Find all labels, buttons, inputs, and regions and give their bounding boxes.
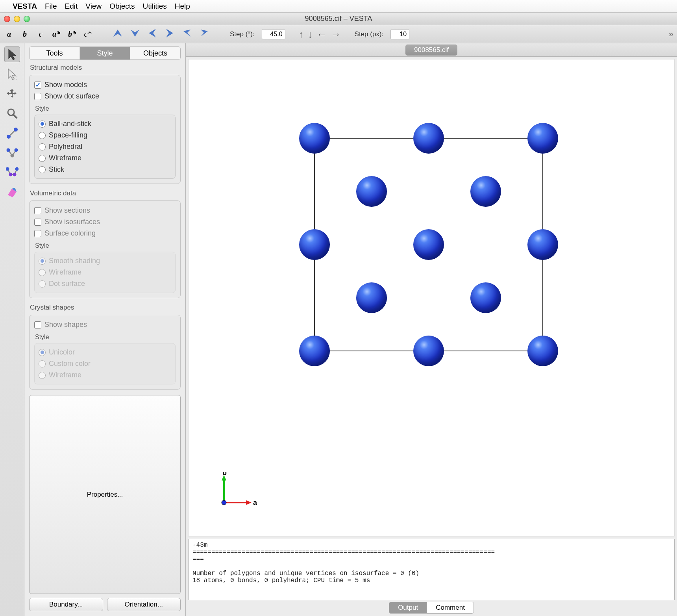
axis-cstar-button[interactable]: c*	[83, 30, 92, 39]
volumetric-data-group: Show sections Show isosurfaces Surface c…	[29, 200, 181, 298]
atom	[299, 229, 330, 260]
boundary-button[interactable]: Boundary...	[29, 598, 103, 611]
tool-move-icon[interactable]	[4, 86, 20, 102]
svg-point-16	[14, 148, 18, 152]
axis-a-button[interactable]: a	[5, 30, 13, 39]
toolbar-overflow-icon[interactable]: »	[669, 29, 672, 39]
output-text[interactable]: -43m ===================================…	[188, 539, 675, 600]
crystal-shapes-group: Show shapes Style Unicolor Custom color …	[29, 315, 181, 390]
show-shapes-checkbox: Show shapes	[34, 319, 176, 330]
step-px-input[interactable]	[390, 29, 409, 39]
crystal-shapes-label: Crystal shapes	[30, 304, 181, 312]
menu-help[interactable]: Help	[175, 2, 190, 11]
svg-point-28	[222, 500, 226, 505]
structural-models-label: Structural models	[30, 64, 181, 72]
tool-zoom-icon[interactable]	[4, 106, 20, 121]
axis-gizmo: b a	[216, 472, 259, 512]
atom	[527, 229, 558, 260]
show-models-label: Show models	[44, 81, 87, 89]
document-tab[interactable]: 9008565.cif	[405, 45, 457, 56]
menu-objects[interactable]: Objects	[109, 2, 135, 11]
pan-arrows: ↑ ↓ ← →	[299, 29, 341, 39]
step-deg-label: Step (°):	[230, 30, 255, 38]
atom	[470, 282, 501, 313]
sidebar: Tools Style Objects Structural models Sh…	[24, 43, 186, 616]
output-tab[interactable]: Output	[389, 602, 427, 614]
svg-marker-1	[131, 30, 139, 37]
style-wireframe-radio[interactable]: Wireframe	[39, 152, 171, 164]
maximize-button[interactable]	[24, 16, 30, 22]
pan-right-icon[interactable]: →	[331, 29, 341, 39]
tab-tools[interactable]: Tools	[30, 47, 80, 59]
axis-c-button[interactable]: c	[36, 30, 45, 39]
svg-marker-27	[246, 500, 252, 505]
style-stick-radio[interactable]: Stick	[39, 164, 171, 175]
menu-file[interactable]: File	[45, 2, 57, 11]
volumetric-data-label: Volumetric data	[30, 189, 181, 197]
tool-plane-icon[interactable]	[4, 184, 20, 200]
tool-dihedral-icon[interactable]	[4, 165, 20, 180]
svg-marker-7	[8, 69, 15, 80]
pan-up-icon[interactable]: ↑	[299, 29, 304, 39]
pan-left-icon[interactable]: ←	[317, 29, 327, 39]
tool-lasso-icon[interactable]	[4, 66, 20, 82]
3d-viewport[interactable]: b a	[188, 59, 675, 536]
style-space-filling-radio[interactable]: Space-filling	[39, 130, 171, 141]
style-ball-stick-radio[interactable]: Ball-and-stick	[39, 118, 171, 130]
rotate-ccw-icon[interactable]	[182, 28, 192, 40]
svg-point-13	[14, 128, 18, 132]
volumetric-style-options: Smooth shading Wireframe Dot surface	[34, 252, 176, 293]
rotate-down-icon[interactable]	[130, 28, 140, 40]
atom	[356, 282, 387, 313]
atom	[413, 123, 444, 154]
rotate-cw-icon[interactable]	[199, 28, 209, 40]
rotate-left-icon[interactable]	[147, 28, 157, 40]
axis-b-button[interactable]: b	[20, 30, 29, 39]
tool-bond-icon[interactable]	[4, 125, 20, 141]
rotate-right-icon[interactable]	[165, 28, 175, 40]
svg-point-19	[13, 173, 16, 176]
close-button[interactable]	[4, 16, 10, 22]
svg-marker-6	[9, 49, 16, 60]
vol-smooth-radio: Smooth shading	[39, 255, 171, 267]
menu-utilities[interactable]: Utilities	[143, 2, 167, 11]
comment-tab[interactable]: Comment	[427, 602, 474, 614]
properties-button[interactable]: Properties...	[29, 395, 181, 594]
axis-astar-button[interactable]: a*	[52, 30, 61, 39]
structural-style-options: Ball-and-stick Space-filling Polyhedral …	[34, 115, 176, 179]
show-models-checkbox[interactable]: Show models	[34, 79, 176, 91]
svg-point-15	[10, 154, 14, 158]
rotate-up-icon[interactable]	[113, 28, 123, 40]
atom	[527, 336, 558, 366]
svg-marker-4	[183, 30, 191, 37]
axis-bstar-button[interactable]: b*	[68, 30, 76, 39]
tab-style[interactable]: Style	[80, 47, 130, 59]
style-polyhedral-radio[interactable]: Polyhedral	[39, 141, 171, 152]
minimize-button[interactable]	[14, 16, 20, 22]
tool-angle-icon[interactable]	[4, 145, 20, 161]
app-name[interactable]: VESTA	[13, 2, 37, 11]
atom	[356, 176, 387, 207]
structural-models-group: Show models Show dot surface Style Ball-…	[29, 75, 181, 184]
volumetric-style-label: Style	[35, 242, 176, 249]
traffic-lights	[4, 16, 30, 22]
crystal-unicolor-radio: Unicolor	[39, 347, 171, 358]
toolbar: a b c a* b* c* Step (°): ↑ ↓ ← → Step (p…	[0, 25, 677, 43]
show-dot-surface-checkbox[interactable]: Show dot surface	[34, 91, 176, 102]
output-tabs: Output Comment	[188, 602, 675, 614]
step-px-label: Step (px):	[355, 30, 384, 38]
orientation-button[interactable]: Orientation...	[107, 598, 181, 611]
tool-select-icon[interactable]	[4, 46, 20, 62]
svg-marker-5	[201, 30, 208, 37]
pan-down-icon[interactable]: ↓	[308, 29, 313, 39]
tab-objects[interactable]: Objects	[130, 47, 180, 59]
menu-view[interactable]: View	[85, 2, 102, 11]
menu-edit[interactable]: Edit	[65, 2, 78, 11]
svg-point-12	[7, 135, 11, 139]
step-deg-input[interactable]	[262, 29, 285, 39]
svg-point-20	[15, 167, 18, 171]
window-title: 9008565.cif – VESTA	[305, 15, 372, 23]
axis-a-label: a	[253, 499, 257, 507]
window-titlebar: 9008565.cif – VESTA	[0, 13, 677, 25]
atom	[413, 336, 444, 366]
